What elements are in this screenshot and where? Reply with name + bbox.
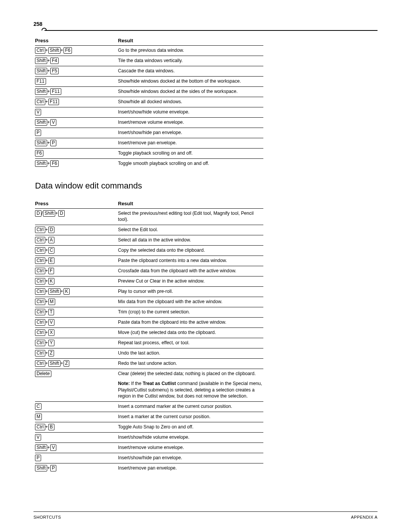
cell-keys: C xyxy=(35,401,118,412)
key-cap: V xyxy=(50,444,56,451)
cell-result: Move (cut) the selected data onto the cl… xyxy=(118,328,263,338)
cell-result: Mix data from the clipboard with the act… xyxy=(118,297,263,307)
cell-result: Trim (crop) to the current selection. xyxy=(118,307,263,317)
cell-keys: Ctrl+F11 xyxy=(35,97,118,107)
cell-keys: V xyxy=(35,107,118,118)
key-cap: Ctrl xyxy=(35,350,45,356)
key-cap: F5 xyxy=(50,68,59,74)
key-cap: Shift xyxy=(48,47,61,54)
cell-result: Repeat last process, effect, or tool. xyxy=(118,338,263,348)
table-row: Ctrl+F11Show/hide all docked windows. xyxy=(35,97,263,107)
key-cap: Shift xyxy=(48,288,61,295)
cell-keys: Ctrl+E xyxy=(35,256,118,266)
cell-result: Show/hide all docked windows. xyxy=(118,97,263,107)
table-row: Ctrl+FCrossfade data from the clipboard … xyxy=(35,266,263,276)
table-row: Shift+F11Show/hide windows docked at the… xyxy=(35,87,263,97)
key-cap: D xyxy=(58,210,65,217)
table-row: Ctrl+Shift+F6Go to the previous data win… xyxy=(35,46,263,56)
cell-result: Select the previous/next editing tool (E… xyxy=(118,209,263,225)
cell-keys: F11 xyxy=(35,77,118,87)
table-row: Ctrl+TTrim (crop) to the current selecti… xyxy=(35,307,263,317)
key-cap: Ctrl xyxy=(35,247,45,254)
key-cap: Ctrl xyxy=(35,329,45,336)
key-cap: V xyxy=(35,434,41,441)
key-cap: V xyxy=(35,109,41,115)
cell-keys: Shift+V xyxy=(35,118,118,128)
col-press: Press xyxy=(35,36,118,46)
key-cap: T xyxy=(48,309,54,315)
cell-result: Insert/remove pan envelope. xyxy=(118,138,263,149)
key-cap: Ctrl xyxy=(35,278,45,284)
table-row: Ctrl+DSelect the Edit tool. xyxy=(35,225,263,235)
table-row: F6Toggle playback scrolling on and off. xyxy=(35,149,263,159)
table-row: Ctrl+ZUndo the last action. xyxy=(35,348,263,358)
cell-result: Crossfade data from the clipboard with t… xyxy=(118,266,263,276)
cell-keys: Ctrl+X xyxy=(35,328,118,338)
key-cap: Shift xyxy=(35,58,47,64)
cell-result: Paste data from the clipboard into the a… xyxy=(118,317,263,328)
cell-result: Cascade the data windows. xyxy=(118,66,263,77)
cell-result: Insert/remove volume envelope. xyxy=(118,443,263,453)
key-cap: Shift xyxy=(48,360,61,367)
key-cap: Delete xyxy=(35,371,51,377)
shortcuts-table-1: Press Result Ctrl+Shift+F6Go to the prev… xyxy=(35,36,263,169)
key-cap: Shift xyxy=(35,465,47,471)
table-row: Shift+VInsert/remove volume envelope. xyxy=(35,443,263,453)
table-row: Shift+PInsert/remove pan envelope. xyxy=(35,463,263,473)
table-row: Shift+F5Cascade the data windows. xyxy=(35,66,263,77)
key-cap: Z xyxy=(64,360,69,367)
cell-keys: Shift+F6 xyxy=(35,159,118,169)
key-cap: Ctrl xyxy=(35,319,45,326)
key-cap: F6 xyxy=(64,47,72,54)
table-row: DeleteClear (delete) the selected data; … xyxy=(35,369,263,401)
cell-keys: Ctrl+F xyxy=(35,266,118,276)
key-cap: Ctrl xyxy=(35,340,45,346)
cell-result: Toggle smooth playback scrolling on and … xyxy=(118,159,263,169)
cell-result: Show/hide windows docked at the sides of… xyxy=(118,87,263,97)
cell-keys: Delete xyxy=(35,369,118,401)
footer-left: SHORTCUTS xyxy=(33,515,61,519)
cell-keys: Ctrl+B xyxy=(35,422,118,432)
table-row: Shift+F4Tile the data windows vertically… xyxy=(35,56,263,66)
key-cap: C xyxy=(48,247,55,254)
cell-result: Tile the data windows vertically. xyxy=(118,56,263,66)
cell-keys: P xyxy=(35,128,118,138)
cell-result: Clear (delete) the selected data; nothin… xyxy=(118,369,263,401)
cell-keys: Shift+P xyxy=(35,138,118,149)
key-cap: D xyxy=(35,210,41,217)
key-cap: Ctrl xyxy=(35,360,45,367)
key-cap: F4 xyxy=(50,58,59,64)
cell-keys: Ctrl+Z xyxy=(35,348,118,358)
key-cap: F11 xyxy=(48,99,59,105)
key-cap: Shift xyxy=(43,210,55,217)
cell-result: Insert/show/hide volume envelope. xyxy=(118,432,263,443)
cell-keys: Ctrl+Y xyxy=(35,338,118,348)
key-cap: V xyxy=(48,319,54,326)
cell-result: Insert/show/hide pan envelope. xyxy=(118,453,263,463)
key-cap: Ctrl xyxy=(35,99,45,105)
key-cap: F11 xyxy=(35,78,46,85)
cell-keys: F6 xyxy=(35,149,118,159)
cell-result: Toggle Auto Snap to Zero on and off. xyxy=(118,422,263,432)
cell-result: Preview Cut or Clear in the active windo… xyxy=(118,276,263,286)
table-row: Ctrl+ASelect all data in the active wind… xyxy=(35,235,263,245)
cell-result: Play to cursor with pre-roll. xyxy=(118,286,263,297)
table-row: Ctrl+Shift+KPlay to cursor with pre-roll… xyxy=(35,286,263,297)
cell-result: Insert a marker at the current cursor po… xyxy=(118,412,263,422)
cell-keys: Shift+F11 xyxy=(35,87,118,97)
footer-right: APPENDIX A xyxy=(351,515,378,519)
table-row: PInsert/show/hide pan envelope. xyxy=(35,128,263,138)
table-row: Ctrl+MMix data from the clipboard with t… xyxy=(35,297,263,307)
key-cap: X xyxy=(48,329,54,336)
cell-result: Undo the last action. xyxy=(118,348,263,358)
cell-result: Insert/show/hide pan envelope. xyxy=(118,128,263,138)
table-row: Ctrl+VPaste data from the clipboard into… xyxy=(35,317,263,328)
cell-keys: Ctrl+V xyxy=(35,317,118,328)
col-result: Result xyxy=(118,36,263,46)
table-row: MInsert a marker at the current cursor p… xyxy=(35,412,263,422)
key-cap: B xyxy=(48,424,54,430)
key-cap: Ctrl xyxy=(35,424,45,430)
table-row: Shift+PInsert/remove pan envelope. xyxy=(35,138,263,149)
table-row: Ctrl+CCopy the selected data onto the cl… xyxy=(35,245,263,256)
cell-keys: D/Shift+D xyxy=(35,209,118,225)
